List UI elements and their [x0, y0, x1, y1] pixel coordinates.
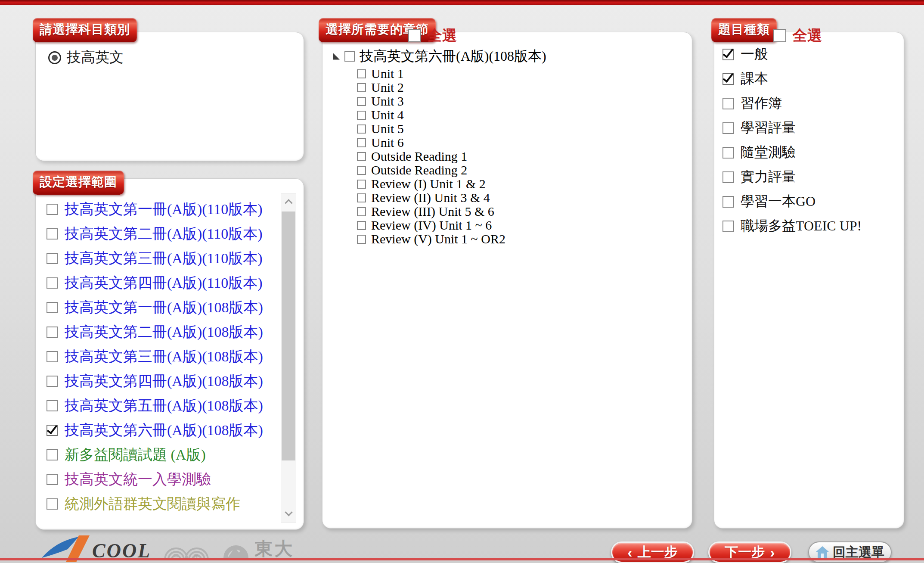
chapter-tree: 技高英文第六冊(A版)(108版本) Unit 1Unit 2Unit 3Uni… [333, 48, 546, 246]
range-item-label: 技高英文第二冊(A版)(108版本) [65, 322, 263, 342]
scrollbar-thumb[interactable] [282, 212, 295, 460]
type-item[interactable]: 實力評量 [722, 168, 862, 186]
range-item[interactable]: 技高英文第一冊(A版)(108版本) [47, 299, 263, 316]
chapter-item-checkbox[interactable] [357, 83, 366, 92]
chapter-item-checkbox[interactable] [357, 193, 366, 202]
type-item-checkbox[interactable] [722, 49, 734, 60]
scrollbar-up-button[interactable] [281, 193, 296, 210]
chapter-item[interactable]: Unit 5 [357, 122, 546, 136]
chevron-right-icon: › [770, 545, 775, 560]
range-item[interactable]: 技高英文第二冊(A版)(108版本) [47, 323, 263, 341]
range-item-checkbox[interactable] [47, 302, 58, 313]
chapter-root-label: 技高英文第六冊(A版)(108版本) [360, 47, 546, 66]
types-select-all[interactable]: 全選 [773, 26, 822, 46]
range-item[interactable]: 技高英文第一冊(A版)(110版本) [47, 201, 263, 218]
type-item-checkbox[interactable] [722, 122, 734, 134]
chapter-item[interactable]: Review (II) Unit 3 & 4 [357, 191, 546, 205]
types-select-all-checkbox[interactable] [773, 29, 786, 42]
range-item-checkbox[interactable] [47, 204, 58, 215]
range-item-checkbox[interactable] [47, 498, 58, 510]
chevron-left-icon: ‹ [627, 545, 632, 560]
range-item[interactable]: 技高英文第三冊(A版)(108版本) [47, 348, 263, 365]
chapter-item-checkbox[interactable] [357, 69, 366, 78]
range-item-checkbox[interactable] [47, 376, 58, 387]
chapter-item-checkbox[interactable] [357, 207, 366, 216]
chapter-item-label: Review (II) Unit 3 & 4 [371, 190, 490, 205]
type-item[interactable]: 習作簿 [722, 95, 862, 112]
range-item[interactable]: 新多益閱讀試題 (A版) [47, 446, 263, 463]
chapter-select-all[interactable]: 全選 [408, 26, 457, 46]
chapter-item-label: Unit 1 [371, 66, 404, 81]
chapter-item-checkbox[interactable] [357, 97, 366, 106]
type-item-label: 實力評量 [741, 168, 796, 187]
chapter-item[interactable]: Review (IV) Unit 1 ~ 6 [357, 218, 546, 232]
chapter-item[interactable]: Unit 3 [357, 94, 546, 108]
type-item[interactable]: 學習一本GO [722, 193, 862, 210]
chapter-item-label: Outside Reading 1 [371, 149, 467, 164]
range-item-checkbox[interactable] [47, 351, 58, 362]
range-scrollbar[interactable] [281, 193, 296, 523]
range-item[interactable]: 技高英文第四冊(A版)(108版本) [47, 373, 263, 390]
range-item-checkbox[interactable] [47, 327, 58, 338]
chapter-item[interactable]: Unit 1 [357, 67, 546, 81]
subject-panel-header: 請選擇科目類別 [33, 18, 137, 42]
type-item-checkbox[interactable] [722, 196, 734, 208]
range-item[interactable]: 技高英文第三冊(A版)(110版本) [47, 250, 263, 267]
chapter-item[interactable]: Unit 6 [357, 136, 546, 149]
chapter-item-checkbox[interactable] [357, 180, 366, 189]
range-item-label: 新多益閱讀試題 (A版) [65, 445, 206, 465]
type-item-checkbox[interactable] [722, 221, 734, 232]
chapter-tree-root[interactable]: 技高英文第六冊(A版)(108版本) [333, 48, 546, 65]
type-item[interactable]: 隨堂測驗 [722, 144, 862, 161]
type-item-checkbox[interactable] [722, 171, 734, 183]
range-panel-header: 設定選擇範圍 [33, 171, 124, 195]
range-item-checkbox[interactable] [47, 228, 58, 240]
chapter-item-checkbox[interactable] [357, 138, 366, 147]
chapter-item[interactable]: Outside Reading 2 [357, 163, 546, 177]
type-item[interactable]: 一般 [722, 46, 862, 63]
range-item-checkbox[interactable] [47, 474, 58, 485]
sanmin-logo-icon: 三 民 [163, 535, 210, 560]
subject-option[interactable]: 技高英文 [48, 48, 124, 67]
subject-radio[interactable] [48, 51, 61, 64]
range-item[interactable]: 技高英文第六冊(A版)(108版本) [47, 422, 263, 439]
chapter-item-checkbox[interactable] [357, 124, 366, 134]
chapter-item[interactable]: Review (III) Unit 5 & 6 [357, 205, 546, 218]
type-item-checkbox[interactable] [722, 73, 734, 85]
chapter-item-checkbox[interactable] [357, 152, 366, 161]
chapter-item[interactable]: Review (V) Unit 1 ~ OR2 [357, 232, 546, 246]
chapter-item[interactable]: Review (I) Unit 1 & 2 [357, 177, 546, 191]
range-item[interactable]: 技高英文第二冊(A版)(110版本) [47, 225, 263, 243]
range-item[interactable]: 統測外語群英文閱讀與寫作 [47, 495, 263, 513]
chapter-item-checkbox[interactable] [357, 221, 366, 230]
chapter-item-checkbox[interactable] [357, 111, 366, 120]
type-item[interactable]: 課本 [722, 70, 862, 87]
chapter-item-checkbox[interactable] [357, 235, 366, 244]
chapter-item[interactable]: Unit 4 [357, 108, 546, 122]
chapter-item[interactable]: Outside Reading 1 [357, 149, 546, 163]
chapter-select-all-checkbox[interactable] [408, 29, 421, 42]
range-item-label: 技高英文第四冊(A版)(108版本) [65, 371, 263, 391]
range-item-checkbox[interactable] [47, 449, 58, 460]
type-item[interactable]: 職場多益TOEIC UP! [722, 218, 862, 235]
chapter-item-label: Unit 4 [371, 108, 404, 122]
range-item-checkbox[interactable] [47, 277, 58, 289]
scrollbar-down-button[interactable] [281, 506, 296, 522]
range-item-checkbox[interactable] [47, 253, 58, 264]
chapter-item-label: Unit 2 [371, 80, 404, 95]
chapter-item-label: Review (IV) Unit 1 ~ 6 [371, 218, 492, 233]
type-item-checkbox[interactable] [722, 147, 734, 159]
tree-expanded-icon[interactable] [333, 53, 340, 60]
range-item-checkbox[interactable] [47, 400, 58, 411]
range-item[interactable]: 技高英文統一入學測驗 [47, 471, 263, 488]
chapter-item-checkbox[interactable] [357, 166, 366, 175]
range-item[interactable]: 技高英文第四冊(A版)(110版本) [47, 274, 263, 292]
chapter-root-checkbox[interactable] [344, 51, 355, 62]
chapter-item[interactable]: Unit 2 [357, 81, 546, 94]
range-item-label: 技高英文第六冊(A版)(108版本) [65, 420, 263, 440]
range-item-checkbox[interactable] [47, 425, 58, 436]
chapter-tree-children: Unit 1Unit 2Unit 3Unit 4Unit 5Unit 6Outs… [357, 67, 546, 246]
type-item[interactable]: 學習評量 [722, 119, 862, 137]
type-item-checkbox[interactable] [722, 98, 734, 109]
range-item[interactable]: 技高英文第五冊(A版)(108版本) [47, 397, 263, 414]
